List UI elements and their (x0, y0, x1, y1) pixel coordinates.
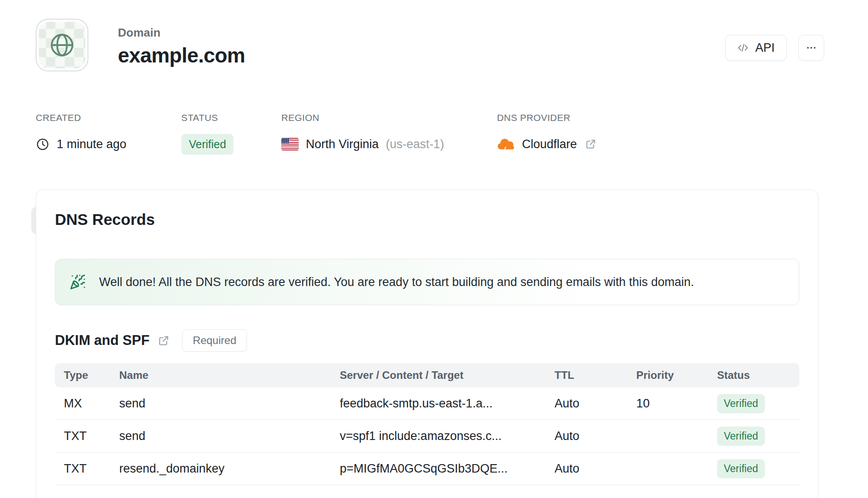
region-value: North Virginia (306, 137, 379, 151)
success-banner: Well done! All the DNS records are verif… (55, 259, 799, 305)
meta-region: REGION North Virginia (us-east-1) (281, 112, 444, 154)
page-title: example.com (118, 43, 245, 67)
api-button[interactable]: API (725, 35, 787, 61)
cell-type: TXT (64, 462, 119, 476)
col-content: Server / Content / Target (340, 369, 555, 382)
external-link-icon[interactable] (158, 335, 170, 347)
domain-detail-page: Domain example.com API CREATED (0, 0, 868, 498)
more-button[interactable] (798, 35, 824, 61)
banner-message: Well done! All the DNS records are verif… (99, 275, 694, 289)
dkim-spf-section-header: DKIM and SPF Required (55, 329, 799, 352)
clock-icon (36, 137, 50, 151)
created-value: 1 minute ago (57, 137, 126, 151)
meta-dns-provider: DNS PROVIDER Cloudflare (497, 112, 597, 154)
party-popper-icon (70, 274, 86, 290)
cloudflare-cloud-icon (497, 138, 515, 150)
table-row: TXT send v=spf1 include:amazonses.c... A… (55, 420, 799, 452)
cell-content: p=MIGfMA0GCSqGSIb3DQE... (340, 462, 555, 476)
dns-records-card: DNS Records Well done! All the DNS recor… (36, 190, 818, 498)
cell-ttl: Auto (555, 429, 636, 443)
page-kicker: Domain (118, 26, 245, 40)
status-badge: Verified (181, 134, 234, 155)
cell-ttl: Auto (555, 462, 636, 476)
required-badge: Required (182, 329, 247, 352)
verified-badge: Verified (717, 459, 765, 478)
cell-name: send (119, 397, 340, 411)
cell-content: feedback-smtp.us-east-1.a... (340, 397, 555, 411)
code-icon (737, 42, 749, 54)
dns-records-title: DNS Records (55, 211, 799, 228)
created-label: CREATED (36, 112, 126, 123)
ellipsis-icon (805, 42, 817, 54)
col-type: Type (64, 369, 119, 382)
cell-type: TXT (64, 429, 119, 443)
api-button-label: API (755, 41, 775, 55)
col-priority: Priority (636, 369, 717, 382)
external-link-icon[interactable] (585, 138, 597, 150)
cell-name: resend._domainkey (119, 462, 340, 476)
dns-provider-value: Cloudflare (522, 137, 577, 151)
us-flag-icon (281, 138, 299, 150)
table-row: TXT resend._domainkey p=MIGfMA0GCSqGSIb3… (55, 452, 799, 485)
verified-badge: Verified (717, 394, 765, 413)
col-status: Status (717, 369, 799, 382)
region-code: (us-east-1) (386, 137, 444, 151)
globe-icon (48, 31, 76, 59)
page-header: Domain example.com API (36, 19, 824, 71)
dns-records-table: Type Name Server / Content / Target TTL … (55, 363, 799, 485)
title-block: Domain example.com (118, 19, 245, 67)
cell-content: v=spf1 include:amazonses.c... (340, 429, 555, 443)
dns-provider-label: DNS PROVIDER (497, 112, 597, 123)
table-header-row: Type Name Server / Content / Target TTL … (55, 363, 799, 387)
col-ttl: TTL (555, 369, 636, 382)
cell-type: MX (64, 397, 119, 411)
col-name: Name (119, 369, 340, 382)
domain-meta: CREATED 1 minute ago STATUS Verified REG… (36, 112, 832, 154)
header-actions: API (725, 19, 824, 61)
cell-priority: 10 (636, 397, 717, 411)
status-label: STATUS (181, 112, 234, 123)
meta-status: STATUS Verified (181, 112, 234, 154)
cell-name: send (119, 429, 340, 443)
meta-created: CREATED 1 minute ago (36, 112, 126, 154)
verified-badge: Verified (717, 427, 765, 446)
domain-avatar (36, 19, 88, 71)
table-row: MX send feedback-smtp.us-east-1.a... Aut… (55, 387, 799, 420)
region-label: REGION (281, 112, 444, 123)
cell-ttl: Auto (555, 397, 636, 411)
dkim-spf-title: DKIM and SPF (55, 332, 150, 349)
